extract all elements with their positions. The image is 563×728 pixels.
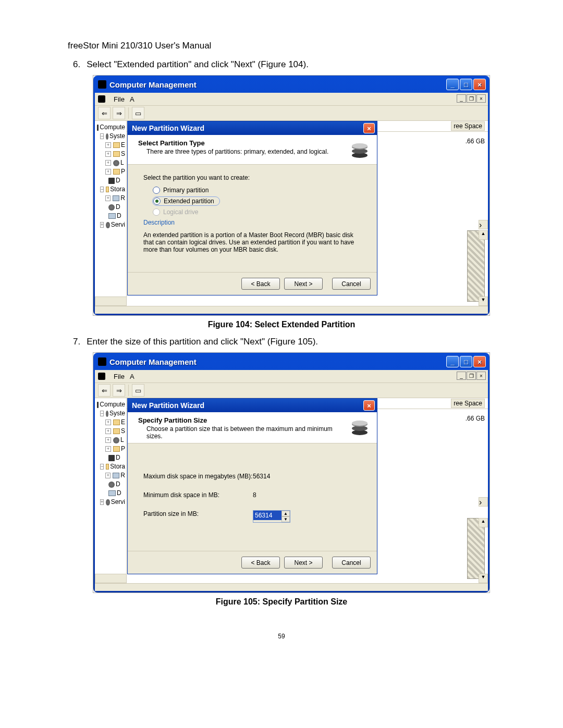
tree-item-label[interactable]: Stora — [110, 185, 125, 194]
tree-expand-icon[interactable]: + — [105, 473, 111, 478]
tree-item-label[interactable]: Compute — [100, 123, 125, 132]
tree-item-label[interactable]: R — [120, 471, 125, 480]
tree-item-label[interactable]: Syste — [109, 132, 125, 141]
menubar[interactable]: File A _ ❐ × — [95, 370, 488, 383]
close-button[interactable]: × — [473, 356, 486, 367]
content-scroll-button[interactable]: › — [479, 497, 488, 507]
back-icon[interactable]: ⇐ — [98, 107, 111, 119]
scroll-up-icon[interactable]: ▲ — [479, 518, 488, 527]
menu-file[interactable]: File — [114, 95, 125, 103]
tree-collapse-icon[interactable]: − — [100, 464, 104, 470]
tree-expand-icon[interactable]: + — [105, 428, 111, 434]
next-button[interactable]: Next > — [284, 278, 323, 290]
back-icon[interactable]: ⇐ — [98, 384, 111, 397]
tree-item-label[interactable]: D — [116, 203, 120, 212]
tree-collapse-icon[interactable]: − — [100, 133, 104, 139]
tree-expand-icon[interactable]: + — [100, 499, 104, 505]
radio-extended-partition[interactable]: Extended partition — [153, 197, 219, 205]
menu-action[interactable]: A — [130, 95, 134, 103]
tree-item-label[interactable]: L — [120, 158, 124, 167]
scroll-down-icon[interactable]: ▼ — [479, 574, 488, 583]
tree-scrollbar[interactable] — [95, 297, 127, 306]
dialog-titlebar[interactable]: New Partition Wizard × — [128, 121, 377, 135]
mdi-restore-button[interactable]: ❐ — [467, 372, 476, 380]
mdi-minimize-button[interactable]: _ — [457, 372, 466, 380]
mdi-restore-button[interactable]: ❐ — [467, 94, 476, 103]
tree-expand-icon[interactable]: + — [105, 446, 111, 452]
tree-item-label[interactable]: L — [120, 436, 124, 445]
tree-collapse-icon[interactable]: − — [100, 411, 104, 416]
tree-expand-icon[interactable]: + — [105, 142, 111, 148]
minimize-button[interactable]: _ — [446, 79, 459, 90]
cancel-button[interactable]: Cancel — [332, 278, 371, 290]
tree-item-label[interactable]: D — [116, 480, 120, 489]
minimize-button[interactable]: _ — [446, 356, 459, 367]
mdi-close-button[interactable]: × — [476, 372, 486, 380]
mdi-close-button[interactable]: × — [476, 94, 486, 103]
tree-expand-icon[interactable]: + — [105, 419, 111, 425]
tree-item-label[interactable]: Compute — [100, 400, 125, 409]
tree-item-label[interactable]: S — [121, 150, 125, 158]
scroll-down-icon[interactable]: ▼ — [479, 297, 488, 306]
tree-item-label[interactable]: D — [117, 212, 121, 220]
dialog-close-button[interactable]: × — [363, 400, 375, 411]
dialog-close-button[interactable]: × — [363, 123, 375, 133]
tree-item-label[interactable]: Stora — [110, 462, 125, 471]
toolbar-button[interactable]: ▭ — [132, 107, 144, 119]
forward-icon[interactable]: ⇒ — [113, 384, 125, 397]
partition-size-stepper[interactable]: ▲ ▼ — [253, 510, 290, 523]
tree-expand-icon[interactable]: + — [105, 195, 111, 201]
close-button[interactable]: × — [473, 79, 486, 90]
tree-item-label[interactable]: R — [120, 194, 125, 203]
tree-item-label[interactable]: D — [116, 453, 120, 462]
partition-size-input[interactable] — [253, 511, 282, 520]
step-number: 7. — [73, 337, 80, 347]
mdi-minimize-button[interactable]: _ — [457, 94, 466, 103]
tree-item-label[interactable]: Servi — [111, 220, 125, 229]
tree-expand-icon[interactable]: + — [105, 437, 111, 443]
scroll-up-icon[interactable]: ▲ — [479, 230, 488, 240]
toolbar-button[interactable]: ▭ — [132, 384, 144, 397]
tree-expand-icon[interactable]: + — [105, 151, 111, 157]
max-space-value: 56314 — [253, 473, 326, 480]
back-button[interactable]: < Back — [241, 278, 280, 290]
next-button[interactable]: Next > — [284, 557, 323, 569]
maximize-button[interactable]: □ — [460, 356, 472, 367]
radio-primary-partition[interactable]: Primary partition — [153, 187, 361, 194]
tree-pane[interactable]: Compute −Syste +E +S +L +P D −Stora +R D… — [95, 121, 127, 306]
tree-item-label[interactable]: S — [121, 427, 125, 436]
dialog-titlebar[interactable]: New Partition Wizard × — [128, 399, 377, 412]
disk-stack-icon — [349, 416, 371, 438]
maximize-button[interactable]: □ — [460, 79, 472, 90]
menu-action[interactable]: A — [130, 373, 134, 380]
tree-expand-icon[interactable]: + — [100, 222, 104, 228]
back-button[interactable]: < Back — [241, 557, 280, 569]
tree-item-label[interactable]: E — [121, 141, 125, 150]
tree-item-label[interactable]: Syste — [109, 409, 125, 418]
tree-item-label[interactable]: D — [117, 489, 121, 498]
titlebar[interactable]: Computer Management _ □ × — [95, 77, 488, 93]
stepper-down-icon[interactable]: ▼ — [282, 516, 290, 522]
forward-icon[interactable]: ⇒ — [113, 107, 125, 119]
column-header[interactable]: ree Space — [451, 399, 485, 408]
cancel-button[interactable]: Cancel — [332, 557, 371, 569]
content-scroll-button[interactable]: › — [479, 220, 488, 229]
radio-logical-drive: Logical drive — [153, 208, 361, 216]
tree-item-label[interactable]: P — [121, 167, 125, 176]
unallocated-space-bar[interactable] — [467, 230, 485, 302]
tree-item-label[interactable]: P — [121, 445, 125, 453]
tree-scrollbar[interactable] — [95, 574, 127, 583]
tree-item-label[interactable]: Servi — [111, 498, 125, 507]
menu-icon — [98, 95, 105, 103]
tree-item-label[interactable]: D — [116, 176, 120, 185]
column-header[interactable]: ree Space — [451, 121, 485, 131]
tree-expand-icon[interactable]: + — [105, 169, 111, 175]
stepper-up-icon[interactable]: ▲ — [282, 511, 290, 516]
menu-file[interactable]: File — [114, 373, 125, 380]
menubar[interactable]: File A _ ❐ × — [95, 93, 488, 106]
tree-collapse-icon[interactable]: − — [100, 187, 104, 192]
tree-item-label[interactable]: E — [121, 418, 125, 427]
tree-expand-icon[interactable]: + — [105, 160, 111, 166]
tree-pane[interactable]: Compute −Syste +E +S +L +P D −Stora +R D… — [95, 398, 127, 583]
titlebar[interactable]: Computer Management _ □ × — [95, 354, 488, 370]
